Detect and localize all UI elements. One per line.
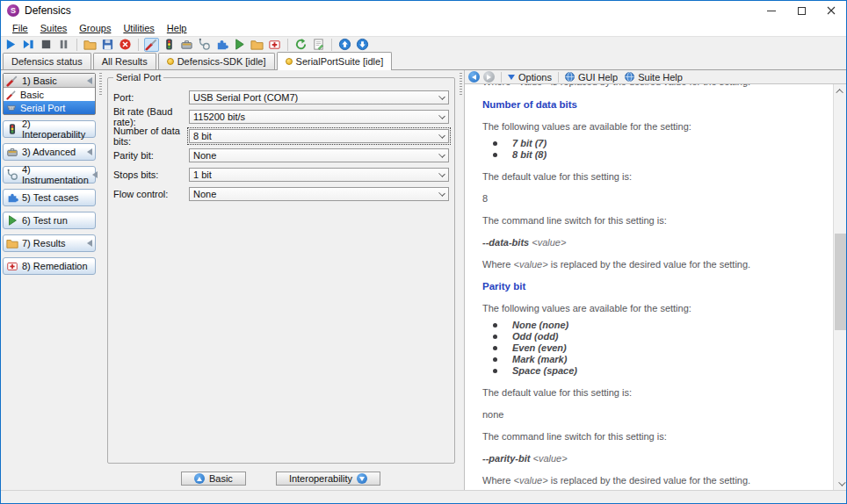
help-heading-data-bits: Number of data bits	[482, 99, 824, 111]
selected-value: 115200 bit/s	[193, 112, 245, 122]
tab-defensics-sdk[interactable]: Defensics-SDK [idle]	[158, 53, 275, 69]
app-logo-icon: S	[7, 4, 19, 17]
scroll-up-button[interactable]	[834, 84, 847, 97]
help-paragraph: The command line switch for this setting…	[482, 215, 824, 227]
pause-icon[interactable]	[56, 38, 71, 52]
selected-value: None	[193, 189, 216, 199]
move-down-icon[interactable]	[355, 38, 370, 52]
run-icon[interactable]	[4, 38, 18, 52]
test-cases-icon[interactable]	[214, 38, 229, 52]
data-bits-select[interactable]: 8 bit	[189, 129, 449, 143]
selected-value: USB Serial Port (COM7)	[193, 92, 298, 103]
sidebar-item-label: 3) Advanced	[22, 147, 76, 157]
collapse-icon[interactable]	[87, 240, 92, 247]
title-bar: S Defensics	[1, 1, 846, 20]
scroll-down-button[interactable]	[834, 477, 847, 490]
up-arrow-icon	[194, 473, 205, 484]
tab-label: Defensics status	[11, 56, 83, 67]
interoperability-icon[interactable]	[162, 38, 177, 52]
field-row-stop-bits: Stops bits: 1 bit	[113, 168, 449, 182]
sidebar-item-test-cases[interactable]: 5) Test cases	[3, 189, 96, 206]
run-all-icon[interactable]	[21, 38, 36, 52]
help-value-list: 7 bit (7) 8 bit (8)	[482, 138, 824, 161]
field-label: Flow control:	[113, 189, 189, 199]
sidebar-item-remediation[interactable]: 8) Remediation	[3, 257, 96, 275]
sidebar-item-label: 4) Instrumentation	[22, 164, 89, 185]
sidebar-item-advanced[interactable]: 3) Advanced	[3, 143, 96, 161]
parity-select[interactable]: None	[189, 148, 449, 162]
toolbar-separator	[558, 72, 559, 83]
puzzle-icon	[6, 191, 18, 204]
tab-defensics-status[interactable]: Defensics status	[3, 53, 91, 69]
help-paragraph: The default value for this setting is:	[482, 171, 824, 183]
help-paragraph: Where <value> is replaced by the desired…	[482, 475, 824, 486]
menu-suites[interactable]: Suites	[34, 21, 74, 35]
gui-help-button[interactable]: GUI Help	[578, 72, 618, 83]
tab-label: Defensics-SDK [idle]	[177, 56, 266, 67]
prev-step-button[interactable]: Basic	[181, 472, 246, 486]
help-scrollbar[interactable]	[833, 84, 846, 490]
report-icon[interactable]	[311, 38, 326, 52]
collapse-icon[interactable]	[92, 171, 98, 178]
help-options-button[interactable]: Options	[518, 72, 552, 83]
sidebar-splitter[interactable]	[98, 70, 104, 490]
tab-all-results[interactable]: All Results	[93, 53, 156, 69]
help-paragraph: Where <value> is replaced by the desired…	[482, 259, 824, 270]
field-row-bit-rate: Bit rate (Baud rate): 115200 bit/s	[113, 110, 449, 124]
suite-help-button[interactable]: Suite Help	[638, 72, 683, 83]
sidebar-item-results[interactable]: 7) Results	[3, 234, 96, 252]
menu-help[interactable]: Help	[161, 21, 193, 35]
instrumentation-icon[interactable]	[197, 38, 212, 52]
sidebar-item-label: 7) Results	[22, 238, 66, 248]
next-step-button[interactable]: Interoperability	[276, 472, 380, 486]
advanced-icon[interactable]	[179, 38, 194, 52]
menu-groups[interactable]: Groups	[73, 21, 117, 35]
maximize-button[interactable]	[786, 1, 816, 20]
move-up-icon[interactable]	[337, 38, 352, 52]
sidebar-item-serial-port[interactable]: Serial Port	[4, 101, 95, 114]
sidebar-item-label: 6) Test run	[22, 215, 68, 226]
list-item: 7 bit (7)	[482, 138, 824, 149]
close-button[interactable]	[816, 1, 846, 20]
minimize-button[interactable]	[757, 1, 786, 20]
reload-suite-icon[interactable]	[293, 38, 308, 52]
bit-rate-select[interactable]: 115200 bit/s	[189, 110, 449, 124]
maximize-icon	[798, 7, 806, 15]
stethoscope-icon	[6, 169, 18, 181]
help-paragraph: The following values are available for t…	[482, 303, 824, 314]
sidebar-item-interoperability[interactable]: 2) Interoperability	[3, 120, 96, 138]
stop-bits-select[interactable]: 1 bit	[189, 168, 449, 182]
stop-icon[interactable]	[39, 38, 54, 52]
chevron-down-icon	[438, 112, 445, 119]
scrollbar-thumb[interactable]	[835, 234, 846, 330]
port-select[interactable]: USB Serial Port (COM7)	[189, 90, 449, 104]
results-icon[interactable]	[250, 38, 264, 52]
test-run-icon[interactable]	[232, 38, 247, 52]
clipped-text-line: Where <value> is replaced by the desired…	[482, 84, 824, 89]
collapse-icon[interactable]	[87, 77, 92, 84]
remediation-icon[interactable]	[267, 38, 282, 52]
sidebar-item-basic[interactable]: Basic	[4, 88, 95, 101]
open-folder-icon[interactable]	[83, 38, 98, 52]
navigation-sidebar: 1) Basic Basic Serial Port 2) Intero	[1, 70, 98, 490]
menu-utilities[interactable]: Utilities	[117, 21, 160, 35]
sidebar-item-test-run[interactable]: 6) Test run	[3, 212, 96, 229]
sidebar-item-basic-group[interactable]: 1) Basic	[4, 74, 95, 87]
help-splitter[interactable]	[458, 70, 464, 490]
toolbar-separator	[501, 72, 502, 83]
screwdriver-icon	[6, 75, 18, 87]
field-row-port: Port: USB Serial Port (COM7)	[113, 90, 449, 104]
list-item: Mark (mark)	[482, 354, 824, 365]
help-back-button[interactable]	[468, 71, 480, 83]
flow-control-select[interactable]: None	[189, 187, 449, 201]
save-icon[interactable]	[100, 38, 115, 52]
tab-serialportsuite[interactable]: SerialPortSuite [idle]	[277, 52, 393, 70]
menu-file[interactable]: File	[6, 21, 34, 35]
sidebar-item-instrumentation[interactable]: 4) Instrumentation	[3, 166, 96, 184]
help-forward-button[interactable]	[483, 71, 495, 83]
basic-settings-icon[interactable]	[144, 38, 159, 52]
help-command-line: --parity-bit <value>	[482, 453, 824, 464]
list-item: Odd (odd)	[482, 331, 824, 342]
abort-icon[interactable]	[118, 38, 133, 52]
collapse-icon[interactable]	[87, 148, 92, 155]
